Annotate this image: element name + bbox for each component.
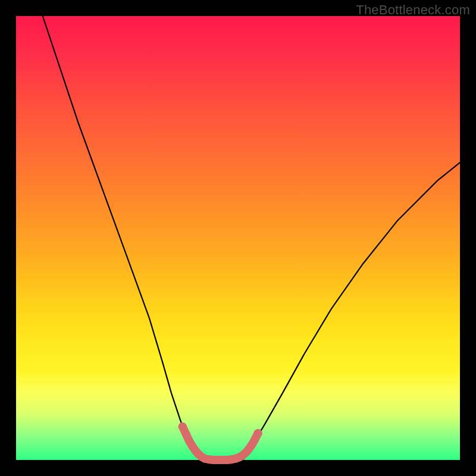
optimum-markers (178, 422, 262, 464)
optimum-marker-dot (178, 422, 187, 431)
plot-area (16, 16, 460, 460)
optimum-marker-dot (254, 429, 262, 437)
curve-layer (16, 16, 460, 460)
bottleneck-curve (43, 16, 460, 460)
bottleneck-curve-path (43, 16, 460, 460)
chart-frame: TheBottleneck.com (0, 0, 476, 476)
